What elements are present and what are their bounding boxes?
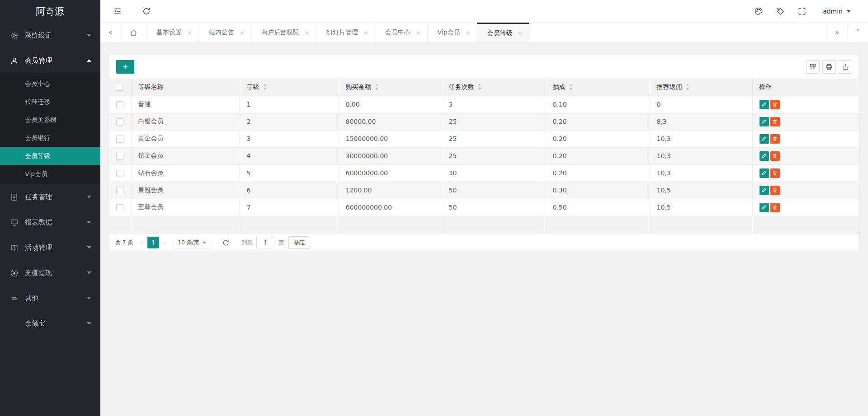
close-icon[interactable]: ×: [240, 29, 245, 36]
tabbar: « 基本设置× 站内公告× 商户后台权限× 幻灯片管理× 会员中心× Vip会员…: [100, 23, 868, 43]
tab-merchant-backend-permissions[interactable]: 商户后台权限×: [251, 23, 316, 42]
page-size-select[interactable]: 10 条/页: [174, 237, 210, 248]
username: admin: [823, 8, 843, 15]
topbar-right: admin: [754, 7, 868, 16]
close-icon[interactable]: ×: [305, 29, 310, 36]
export-icon: [842, 63, 849, 70]
tab-member-level[interactable]: 会员等级×: [477, 23, 529, 42]
tab-site-announcement[interactable]: 站内公告×: [199, 23, 251, 42]
delete-button[interactable]: [770, 134, 780, 144]
edit-button[interactable]: [760, 151, 769, 161]
tab-slideshow-management[interactable]: 幻灯片管理×: [316, 23, 375, 42]
columns-filter-button[interactable]: [806, 60, 820, 74]
cell-commission: 0.30: [546, 182, 650, 199]
close-icon[interactable]: ×: [518, 30, 523, 37]
sidebar-item-member-center[interactable]: 会员中心: [0, 75, 100, 93]
row-checkbox[interactable]: [116, 170, 123, 177]
pencil-icon: [761, 102, 767, 107]
menu-collapse-icon[interactable]: [113, 7, 122, 16]
sidebar-item-member-bank[interactable]: 会员银行: [0, 129, 100, 147]
row-checkbox[interactable]: [116, 118, 123, 126]
row-actions: [760, 100, 853, 109]
sidebar-item-label: 活动管理: [25, 243, 52, 252]
cell-commission: 0.50: [546, 199, 650, 216]
delete-button[interactable]: [770, 203, 780, 212]
tab-basic-settings[interactable]: 基本设置×: [146, 23, 199, 42]
add-button[interactable]: +: [116, 60, 134, 74]
sidebar-item-vip-member[interactable]: Vip会员: [0, 165, 100, 183]
delete-button[interactable]: [770, 151, 780, 161]
next-page-button[interactable]: ›: [164, 238, 166, 247]
cell-purchase-amount: 600000000.00: [339, 199, 442, 216]
sort-caret[interactable]: [263, 84, 267, 90]
sidebar-item-deposit-withdraw[interactable]: 充值提现: [0, 260, 100, 285]
goto-page-input[interactable]: [256, 237, 274, 248]
pencil-icon: [761, 136, 767, 141]
pencil-icon: [761, 187, 767, 193]
cell-task-count: 50: [442, 199, 546, 216]
user-menu[interactable]: admin: [823, 8, 851, 15]
tab-vip-member[interactable]: Vip会员×: [428, 23, 477, 42]
row-checkbox[interactable]: [116, 187, 123, 194]
edit-button[interactable]: [760, 134, 769, 144]
refresh-icon[interactable]: [142, 7, 151, 16]
home-tab[interactable]: [121, 23, 146, 42]
cell-level-name: 黄金会员: [131, 130, 240, 147]
sidebar-item-other[interactable]: ∞ 其他: [0, 285, 100, 311]
trash-icon: [772, 136, 778, 141]
delete-button[interactable]: [770, 168, 780, 178]
row-checkbox[interactable]: [116, 204, 123, 211]
close-icon[interactable]: ×: [187, 29, 192, 36]
sidebar-item-label: 其他: [25, 294, 38, 303]
palette-icon[interactable]: [754, 7, 763, 16]
chevron-down-icon: [203, 242, 206, 244]
table-row: 皇冠会员 6 1200.00 50 0.30 10,5: [109, 182, 859, 199]
cell-level: 4: [240, 147, 339, 164]
close-icon[interactable]: ×: [363, 29, 368, 36]
sidebar-item-system-settings[interactable]: 系统设定: [0, 23, 100, 48]
confirm-button[interactable]: 确定: [288, 236, 310, 249]
sort-caret[interactable]: [375, 84, 378, 90]
sidebar-item-member-tree[interactable]: 会员关系树: [0, 111, 100, 129]
monitor-icon: [10, 218, 19, 227]
prev-page-button[interactable]: ‹: [140, 238, 143, 247]
edit-button[interactable]: [760, 100, 769, 109]
sidebar-item-task-management[interactable]: 任务管理: [0, 184, 100, 210]
edit-button[interactable]: [760, 203, 769, 212]
close-icon[interactable]: ×: [466, 29, 471, 36]
sidebar-item-member-management[interactable]: 会员管理: [0, 48, 100, 73]
print-button[interactable]: [822, 60, 836, 74]
tab-member-center[interactable]: 会员中心×: [375, 23, 428, 42]
edit-button[interactable]: [760, 168, 769, 178]
row-checkbox[interactable]: [116, 153, 123, 160]
sidebar-item-member-level[interactable]: 会员等级: [0, 147, 100, 165]
cell-level-name: 铂金会员: [131, 147, 240, 164]
sidebar-item-yuebao[interactable]: 余额宝: [0, 311, 100, 336]
member-level-table: 等级名称 等级 购买金额 任务次数 抽成 推荐返佣 操作 普通 1 0.00 3…: [109, 79, 859, 233]
close-icon[interactable]: ×: [416, 29, 421, 36]
edit-button[interactable]: [760, 117, 769, 126]
edit-button[interactable]: [760, 186, 769, 195]
tabs-scroll-left-button[interactable]: «: [100, 23, 121, 42]
sort-caret[interactable]: [569, 84, 573, 90]
delete-button[interactable]: [770, 117, 780, 126]
delete-button[interactable]: [770, 100, 780, 109]
table-refresh-button[interactable]: [222, 239, 230, 247]
sort-caret[interactable]: [686, 84, 689, 90]
tag-icon[interactable]: [776, 7, 785, 16]
sort-caret[interactable]: [478, 84, 481, 90]
row-checkbox[interactable]: [116, 101, 123, 108]
sidebar-item-report-data[interactable]: 报表数据: [0, 210, 100, 235]
tabs-menu-button[interactable]: ˅: [847, 23, 868, 42]
export-button[interactable]: [839, 60, 852, 74]
sidebar-item-agent-migration[interactable]: 代理迁移: [0, 93, 100, 111]
select-all-checkbox[interactable]: [116, 84, 123, 91]
fullscreen-icon[interactable]: [797, 7, 807, 16]
current-page-button[interactable]: 1: [147, 237, 159, 248]
sidebar-item-activity-management[interactable]: 活动管理: [0, 235, 100, 260]
column-header-name: 等级名称: [131, 79, 240, 96]
cell-purchase-amount: 0.00: [339, 96, 442, 113]
delete-button[interactable]: [770, 186, 780, 195]
row-checkbox[interactable]: [116, 136, 123, 143]
tabs-scroll-right-button[interactable]: »: [826, 23, 847, 42]
